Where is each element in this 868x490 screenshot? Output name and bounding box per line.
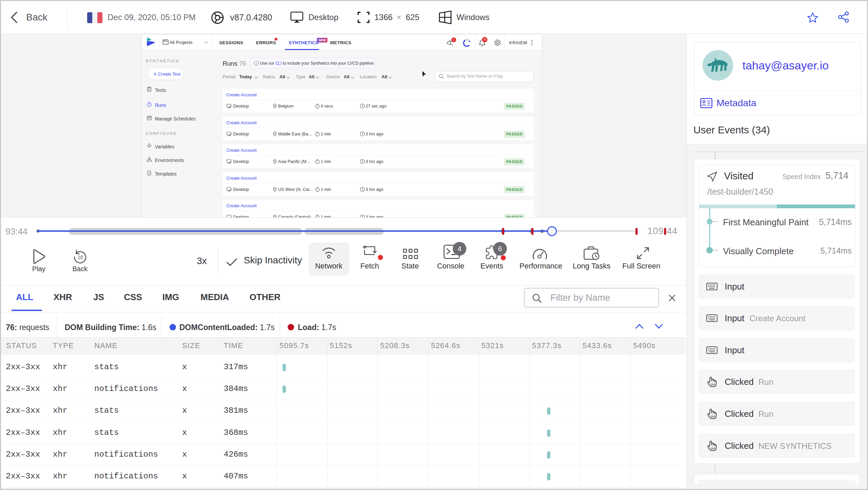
svg-text:10: 10 bbox=[78, 255, 83, 260]
